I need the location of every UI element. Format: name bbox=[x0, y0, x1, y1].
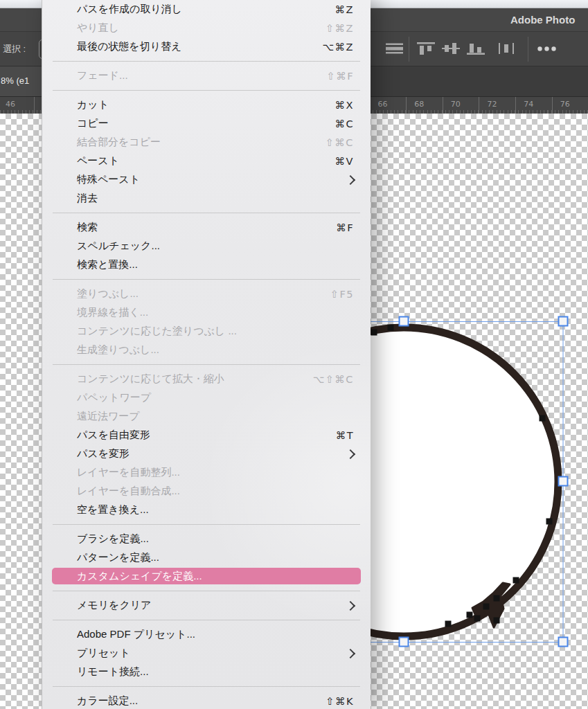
ruler-number: 46 bbox=[6, 100, 15, 109]
selection-handle[interactable] bbox=[400, 638, 409, 647]
menu-item[interactable]: ブラシを定義... bbox=[42, 530, 371, 548]
anchor-point[interactable] bbox=[513, 577, 519, 584]
anchor-point[interactable] bbox=[388, 325, 394, 331]
menu-item: やり直し⇧⌘Z bbox=[42, 19, 371, 37]
menu-item[interactable]: 最後の状態を切り替え⌥⌘Z bbox=[42, 37, 371, 56]
menu-item: レイヤーを自動整列... bbox=[42, 463, 371, 482]
ruler-number: 66 bbox=[378, 100, 388, 109]
menu-item[interactable]: Adobe PDF プリセット... bbox=[42, 625, 371, 644]
menu-item-shortcut: ⇧F5 bbox=[330, 289, 354, 300]
menu-item-label: コンテンツに応じて拡大・縮小 bbox=[77, 373, 308, 386]
align-vertical-centers-icon[interactable] bbox=[442, 42, 460, 55]
menu-item-label: 塗りつぶし... bbox=[77, 287, 325, 300]
ruler-major-tick bbox=[552, 97, 553, 114]
menu-item: パペットワープ bbox=[42, 388, 371, 407]
menu-item-label: Adobe PDF プリセット... bbox=[77, 628, 354, 641]
menu-item[interactable]: 特殊ペースト bbox=[42, 170, 371, 189]
menu-item[interactable]: メモリをクリア bbox=[42, 596, 371, 615]
menu-item-shortcut: ⌘C bbox=[335, 118, 354, 129]
menu-item: 結合部分をコピー⇧⌘C bbox=[42, 133, 371, 152]
menu-item[interactable]: パターンを定義... bbox=[42, 548, 371, 567]
menu-separator bbox=[42, 519, 371, 530]
menu-item[interactable]: 検索と置換... bbox=[42, 255, 371, 274]
ruler-number: 68 bbox=[414, 100, 424, 109]
ruler-number: 72 bbox=[488, 100, 497, 109]
menu-item-shortcut: ⇧⌘K bbox=[326, 696, 354, 707]
menu-item[interactable]: パスを自由変形⌘T bbox=[42, 426, 371, 445]
menu-item-label: 生成塗りつぶし... bbox=[77, 343, 354, 357]
menu-item[interactable]: パスを変形 bbox=[42, 445, 371, 463]
menu-item[interactable]: スペルチェック... bbox=[42, 237, 371, 255]
distribute-vertical-centers-icon[interactable] bbox=[386, 42, 403, 55]
menu-item: コンテンツに応じた塗りつぶし ... bbox=[42, 322, 371, 341]
menu-item[interactable]: 検索⌘F bbox=[42, 218, 371, 237]
ruler-number: 76 bbox=[560, 100, 570, 109]
anchor-point[interactable] bbox=[474, 616, 481, 622]
align-bottom-edges-icon[interactable] bbox=[467, 42, 485, 55]
selection-handle[interactable] bbox=[559, 638, 568, 647]
anchor-point[interactable] bbox=[546, 519, 553, 525]
menu-item-label: 境界線を描く... bbox=[77, 306, 354, 319]
menu-item-label: メモリをクリア bbox=[77, 599, 341, 612]
menu-separator bbox=[42, 56, 371, 66]
options-separator bbox=[528, 37, 528, 62]
selection-handle[interactable] bbox=[559, 477, 568, 486]
menu-item[interactable]: カスタムシェイプを定義... bbox=[52, 568, 361, 584]
menu-item[interactable]: 消去 bbox=[42, 189, 371, 208]
menu-item[interactable]: リモート接続... bbox=[42, 663, 371, 681]
menu-item-shortcut: ⇧⌘Z bbox=[326, 23, 354, 34]
ruler-major-tick bbox=[479, 97, 479, 114]
align-top-edges-icon[interactable] bbox=[417, 42, 435, 55]
anchor-point[interactable] bbox=[494, 595, 500, 602]
menu-item: 境界線を描く... bbox=[42, 303, 371, 322]
anchor-point[interactable] bbox=[371, 330, 377, 336]
menu-item[interactable]: カラー設定...⇧⌘K bbox=[42, 692, 371, 709]
menu-item-label: コンテンツに応じた塗りつぶし ... bbox=[77, 325, 354, 338]
anchor-point[interactable] bbox=[494, 618, 500, 624]
more-options-icon[interactable] bbox=[537, 46, 556, 51]
anchor-point[interactable] bbox=[445, 621, 452, 627]
window-title: Adobe Photo bbox=[510, 8, 575, 32]
menu-item: レイヤーを自動合成... bbox=[42, 482, 371, 501]
ruler-major-tick bbox=[406, 97, 407, 114]
submenu-chevron-icon bbox=[346, 174, 355, 184]
options-separator bbox=[409, 37, 409, 62]
menu-item[interactable]: コピー⌘C bbox=[42, 114, 371, 133]
menu-item-label: カスタムシェイプを定義... bbox=[77, 570, 351, 583]
menu-item[interactable]: パスを作成の取り消し⌘Z bbox=[42, 0, 371, 19]
menu-item[interactable]: 空を置き換え... bbox=[42, 501, 371, 519]
document-tab-label: 8% (e1 bbox=[1, 66, 29, 96]
menu-item: 遠近法ワープ bbox=[42, 407, 371, 426]
align-horizontal-centers-icon[interactable] bbox=[498, 42, 515, 55]
menu-item-label: 検索 bbox=[77, 221, 330, 234]
document-tab[interactable]: 8% (e1 bbox=[0, 66, 42, 96]
menu-item-shortcut: ⌥⌘Z bbox=[322, 42, 354, 53]
menu-separator bbox=[42, 274, 371, 285]
menu-item[interactable]: プリセット bbox=[42, 644, 371, 663]
menu-item-label: パスを作成の取り消し bbox=[77, 3, 330, 16]
anchor-point[interactable] bbox=[467, 612, 473, 618]
menu-item[interactable]: ペースト⌘V bbox=[42, 152, 371, 170]
edit-menu-panel: パスを作成の取り消し⌘Zやり直し⇧⌘Z最後の状態を切り替え⌥⌘Zフェード...⇧… bbox=[42, 0, 371, 709]
anchor-point[interactable] bbox=[483, 604, 490, 610]
menu-item-shortcut: ⇧⌘F bbox=[327, 71, 355, 82]
menu-item-shortcut: ⌘V bbox=[335, 156, 354, 167]
submenu-chevron-icon bbox=[346, 648, 355, 658]
menu-item[interactable]: カット⌘X bbox=[42, 96, 371, 114]
menu-item-label: パペットワープ bbox=[77, 391, 354, 404]
menu-item: 生成塗りつぶし... bbox=[42, 341, 371, 359]
menu-item: 塗りつぶし...⇧F5 bbox=[42, 285, 371, 303]
selection-handle[interactable] bbox=[559, 317, 568, 326]
menu-item-label: 遠近法ワープ bbox=[77, 410, 354, 423]
menu-separator bbox=[42, 359, 371, 370]
menu-separator bbox=[42, 85, 371, 96]
menu-item-label: パターンを定義... bbox=[77, 551, 354, 564]
menu-item-label: レイヤーを自動整列... bbox=[77, 466, 354, 479]
anchor-point[interactable] bbox=[540, 415, 546, 422]
menu-item-label: 特殊ペースト bbox=[77, 173, 341, 186]
menu-item-label: フェード... bbox=[77, 69, 321, 82]
selection-handle[interactable] bbox=[400, 317, 409, 326]
ruler-major-tick bbox=[443, 97, 443, 114]
submenu-chevron-icon bbox=[346, 600, 355, 610]
menu-item-label: 空を置き換え... bbox=[77, 503, 354, 517]
